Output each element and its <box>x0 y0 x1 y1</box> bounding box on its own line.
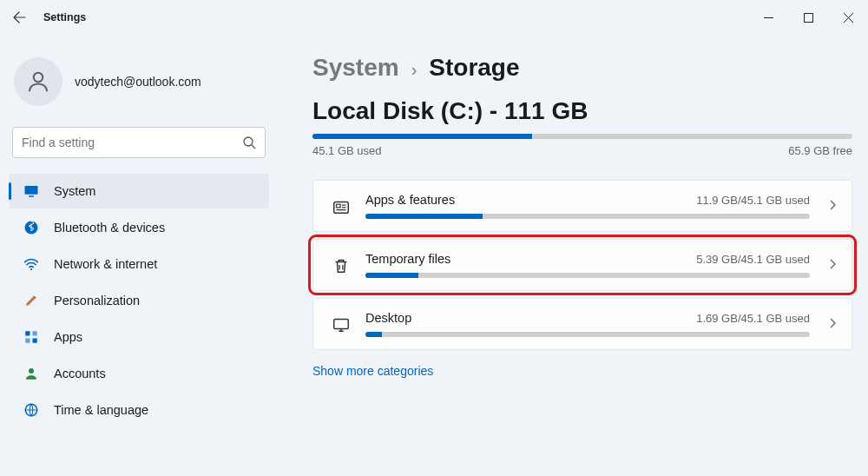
nav-label: Bluetooth & devices <box>54 221 165 235</box>
category-bar-fill <box>365 332 382 337</box>
category-bar <box>365 214 810 219</box>
disk-used-label: 45.1 GB used <box>312 144 382 157</box>
globe-icon <box>23 401 40 419</box>
category-temporary-files[interactable]: Temporary files 5.39 GB/45.1 GB used <box>312 239 852 291</box>
nav-item-accounts[interactable]: Accounts <box>9 356 269 391</box>
disk-title: Local Disk (C:) - 111 GB <box>312 97 852 125</box>
back-icon <box>12 10 26 24</box>
chevron-right-icon: › <box>411 60 418 80</box>
category-bar-fill <box>365 273 418 278</box>
nav-label: Network & internet <box>54 257 157 271</box>
nav-item-time[interactable]: Time & language <box>9 393 269 427</box>
back-button[interactable] <box>0 0 38 35</box>
nav-item-apps[interactable]: Apps <box>9 320 269 354</box>
search-input[interactable] <box>22 136 235 149</box>
brush-icon <box>23 292 40 309</box>
nav-label: Accounts <box>54 367 106 380</box>
category-apps-features[interactable]: Apps & features 11.9 GB/45.1 GB used <box>312 180 852 232</box>
close-button[interactable] <box>828 3 868 31</box>
window-title: Settings <box>38 11 86 23</box>
titlebar: Settings <box>0 0 868 35</box>
category-usage: 5.39 GB/45.1 GB used <box>696 253 810 266</box>
account-email: vodytech@outlook.com <box>75 75 201 89</box>
nav-label: Personalization <box>54 294 140 307</box>
svg-rect-10 <box>33 339 37 343</box>
category-bar-fill <box>365 214 483 219</box>
desktop-icon <box>331 314 352 335</box>
trash-icon <box>331 255 352 276</box>
nav-label: System <box>54 184 95 198</box>
wifi-icon <box>23 255 40 273</box>
disk-free-label: 65.9 GB free <box>788 144 852 157</box>
category-list: Apps & features 11.9 GB/45.1 GB used Tem… <box>312 180 852 350</box>
maximize-button[interactable] <box>788 3 828 31</box>
svg-rect-4 <box>29 195 34 197</box>
disk-stats: 45.1 GB used 65.9 GB free <box>312 144 852 157</box>
maximize-icon <box>804 13 813 23</box>
category-name: Desktop <box>365 311 411 325</box>
svg-rect-7 <box>25 331 30 335</box>
svg-point-11 <box>29 368 34 374</box>
category-bar <box>365 332 810 337</box>
accounts-icon <box>23 365 40 382</box>
main-content: System › Storage Local Disk (C:) - 111 G… <box>312 54 852 476</box>
grid-icon <box>23 328 40 346</box>
category-usage: 1.69 GB/45.1 GB used <box>696 312 810 325</box>
svg-point-6 <box>30 268 32 270</box>
category-name: Temporary files <box>365 252 450 266</box>
breadcrumb-current: Storage <box>429 54 519 82</box>
category-bar <box>365 273 810 278</box>
account-block[interactable]: vodytech@outlook.com <box>9 50 269 127</box>
search-icon <box>242 136 256 153</box>
apps-features-icon <box>331 196 352 217</box>
person-icon <box>25 69 51 95</box>
disk-usage-fill <box>312 134 532 139</box>
window-controls <box>748 3 868 31</box>
bluetooth-icon <box>23 219 40 236</box>
breadcrumb-parent[interactable]: System <box>312 54 399 82</box>
sidebar: vodytech@outlook.com System Bluetooth & … <box>0 43 278 476</box>
search-box[interactable] <box>12 127 266 158</box>
category-name: Apps & features <box>365 193 455 207</box>
svg-point-1 <box>34 73 43 83</box>
svg-point-2 <box>244 137 253 146</box>
nav-item-network[interactable]: Network & internet <box>9 247 269 281</box>
nav-item-system[interactable]: System <box>9 174 269 208</box>
close-icon <box>844 13 853 23</box>
svg-rect-8 <box>33 331 37 335</box>
monitor-icon <box>23 182 40 200</box>
chevron-right-icon <box>827 316 838 332</box>
nav-item-bluetooth[interactable]: Bluetooth & devices <box>9 210 269 245</box>
svg-rect-9 <box>25 339 30 343</box>
svg-rect-15 <box>334 320 349 329</box>
minimize-icon <box>764 13 773 23</box>
disk-usage-bar <box>312 134 852 139</box>
show-more-link[interactable]: Show more categories <box>312 364 852 378</box>
nav-label: Apps <box>54 330 82 344</box>
nav-item-personalization[interactable]: Personalization <box>9 283 269 318</box>
breadcrumb: System › Storage <box>312 54 852 82</box>
chevron-right-icon <box>827 198 838 214</box>
chevron-right-icon <box>827 257 838 273</box>
svg-rect-3 <box>25 186 38 195</box>
minimize-button[interactable] <box>748 3 788 31</box>
category-desktop[interactable]: Desktop 1.69 GB/45.1 GB used <box>312 298 852 350</box>
svg-rect-0 <box>804 13 812 22</box>
svg-rect-14 <box>337 204 341 208</box>
category-usage: 11.9 GB/45.1 GB used <box>696 194 810 207</box>
avatar <box>14 57 62 106</box>
nav-list: System Bluetooth & devices Network & int… <box>9 174 269 427</box>
nav-label: Time & language <box>54 403 148 417</box>
